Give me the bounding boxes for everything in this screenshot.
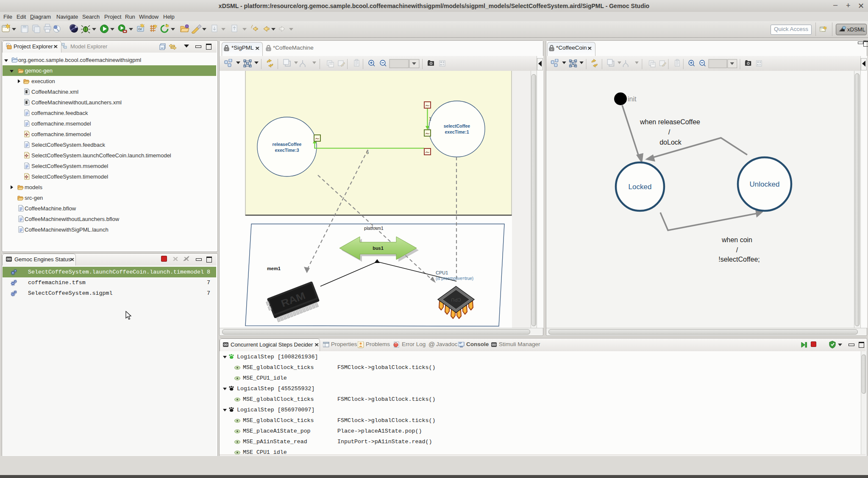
svg-text:when releaseCoffee: when releaseCoffee <box>640 118 700 126</box>
svg-text:selectCoffee: selectCoffee <box>444 123 470 129</box>
svg-text:init: init <box>628 95 637 103</box>
svg-text:execTime:3: execTime:3 <box>275 148 299 153</box>
svg-text:Unlocked: Unlocked <box>750 180 780 188</box>
svg-text:Locked: Locked <box>629 183 652 191</box>
svg-text:(is preemptive=true): (is preemptive=true) <box>436 276 473 281</box>
svg-text:bus1: bus1 <box>373 246 384 251</box>
svg-text:doLock: doLock <box>659 139 682 146</box>
svg-text:releaseCoffee: releaseCoffee <box>273 142 302 147</box>
svg-text:1: 1 <box>429 117 431 121</box>
svg-text:/: / <box>736 246 738 254</box>
svg-text:execTime:1: execTime:1 <box>445 129 469 134</box>
svg-text:when coin: when coin <box>721 236 752 243</box>
svg-text:CPU1: CPU1 <box>436 270 448 275</box>
svg-text:/: / <box>668 129 670 136</box>
svg-text:mem1: mem1 <box>267 266 281 271</box>
svg-text:Gr: Gr <box>138 27 142 31</box>
svg-text:!selectCoffee;: !selectCoffee; <box>718 256 760 263</box>
svg-text:platform1: platform1 <box>364 226 384 231</box>
svg-text:CPU: CPU <box>451 297 461 302</box>
